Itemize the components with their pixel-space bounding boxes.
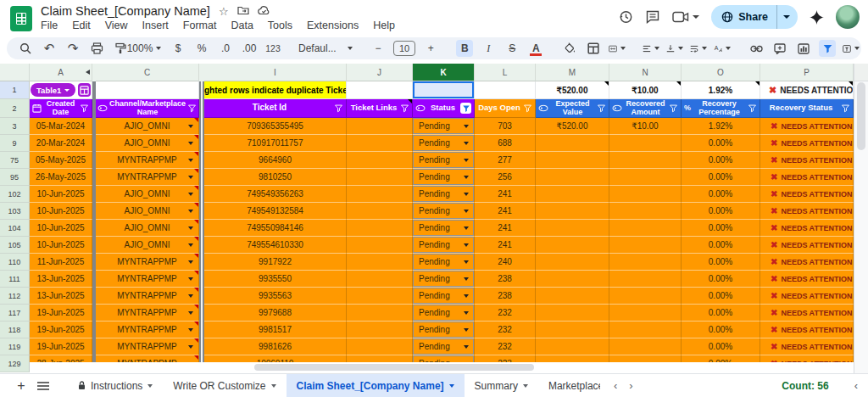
cell-days-open[interactable]: 241 [475,186,536,203]
cell-expected-value[interactable] [536,237,609,254]
camera-dropdown-caret[interactable] [693,15,699,19]
dropdown-caret-icon[interactable] [188,260,193,264]
cell-P1-recovery-status[interactable]: ✖NEEDS ATTENTION [760,81,854,99]
header-created-date[interactable]: Created Date [30,99,92,118]
cell-created-date[interactable]: 10-Jun-2025 [30,203,92,220]
cell-expected-value[interactable] [536,135,609,152]
dropdown-caret-icon[interactable] [188,125,193,128]
cell-expected-value[interactable] [536,254,609,271]
cell-expected-value[interactable] [536,322,609,338]
cell-channel[interactable]: AJIO_OMNI [96,118,199,135]
cell-ticket-id[interactable]: 749550984146 [204,220,347,237]
dropdown-caret-icon[interactable] [464,193,469,196]
cell-recovery-percentage[interactable]: 0.00% [682,254,760,271]
cell-status[interactable]: Pending [413,288,475,305]
cell-channel[interactable]: MYNTRAPPMP [96,322,199,338]
cell-recovery-status[interactable]: ✖NEEDS ATTENTION [760,338,854,355]
tab-summary[interactable]: Summary [465,374,538,397]
cell-days-open[interactable]: 238 [475,288,536,305]
text-wrap-button[interactable] [690,40,707,57]
cell-channel[interactable]: AJIO_OMNI [96,186,199,203]
cell-ticket-links[interactable] [347,220,413,237]
cell-created-date[interactable]: 05-Mar-2024 [30,118,92,135]
cell-ticket-id[interactable]: 9810250 [204,169,347,186]
row-number[interactable]: 9 [0,135,30,152]
row-number[interactable]: 103 [0,203,30,220]
dropdown-caret-icon[interactable] [188,176,193,179]
format-percent-button[interactable]: % [193,40,210,57]
sheets-logo[interactable] [10,6,32,31]
cell-recovery-status[interactable]: ✖NEEDS ATTENTION [760,305,854,322]
cell-status[interactable]: Pending [413,118,475,135]
all-sheets-menu-icon[interactable] [34,377,53,395]
font-size-input[interactable]: 10 [393,41,415,56]
header-recovery-percentage[interactable]: % Recovery Percentage [682,99,760,118]
insert-comment-button[interactable] [771,40,788,57]
column-header-J[interactable]: J [347,64,413,81]
dropdown-caret-icon[interactable] [464,210,469,213]
menu-data[interactable]: Data [231,20,253,31]
dropdown-caret-icon[interactable] [188,311,193,315]
cell-ticket-links[interactable] [347,338,413,355]
dropdown-caret-icon[interactable] [188,210,193,213]
column-header-L[interactable]: L [475,64,536,81]
cell-created-date[interactable]: 13-Jun-2025 [30,271,92,288]
cell-status[interactable]: Pending [413,169,475,186]
cell-recovery-status[interactable]: ✖NEEDS ATTENTION [760,169,854,186]
share-dropdown[interactable] [776,5,798,29]
cell-status[interactable]: Pending [413,220,475,237]
cell-recovered-amount[interactable] [609,220,682,237]
row-number[interactable]: 110 [0,254,30,271]
increase-font-size-button[interactable]: + [422,40,439,57]
menu-tools[interactable]: Tools [268,20,292,31]
document-title[interactable]: Claim Sheet_[Company Name] [41,4,210,18]
cell-recovery-status[interactable]: ✖NEEDS ATTENTION [760,220,854,237]
cell-ticket-id[interactable]: 9935563 [204,288,347,305]
merge-cells-button[interactable] [609,40,626,57]
cell-status[interactable]: Pending [413,322,475,338]
cell-channel[interactable]: AJIO_OMNI [96,203,199,220]
dropdown-caret-icon[interactable] [464,142,469,145]
cell-days-open[interactable]: 240 [475,254,536,271]
cell-recovered-amount[interactable] [609,237,682,254]
table-chip-menu-icon[interactable] [78,83,91,97]
cell-recovery-percentage[interactable]: 0.00% [682,169,760,186]
decrease-font-size-button[interactable]: − [370,40,387,57]
table-chip[interactable]: Table1 [31,83,75,97]
cell-days-open[interactable]: 238 [475,271,536,288]
move-folder-icon[interactable] [237,5,249,17]
cell-recovery-status[interactable]: ✖NEEDS ATTENTION [760,322,854,338]
increase-decimals-button[interactable]: .00 [241,40,258,57]
cell-ticket-id[interactable]: 9981626 [204,338,347,355]
cell-expected-value[interactable] [536,271,609,288]
menu-help[interactable]: Help [373,20,395,31]
cell-A1[interactable]: Table1 [30,81,92,99]
row-number[interactable]: 112 [0,288,30,305]
create-filter-button[interactable] [819,40,836,57]
cell-ticket-links[interactable] [347,305,413,322]
cell-ticket-links[interactable] [347,186,413,203]
cell-created-date[interactable]: 10-Jun-2025 [30,186,92,203]
cell-expected-value[interactable] [536,305,609,322]
dropdown-caret-icon[interactable] [188,328,193,332]
cell-recovered-amount[interactable] [609,203,682,220]
row-number[interactable]: 117 [0,305,30,322]
column-header-K[interactable]: K [413,64,475,81]
count-badge[interactable]: Count: 56 [782,380,828,392]
dropdown-caret-icon[interactable] [188,159,193,162]
cell-created-date[interactable]: 13-Jun-2025 [30,288,92,305]
cell-recovery-percentage[interactable]: 0.00% [682,305,760,322]
column-header-N[interactable]: N [609,64,682,81]
dropdown-caret-icon[interactable] [464,226,469,230]
dropdown-caret-icon[interactable] [464,294,469,298]
font-select[interactable]: Defaul... [298,40,353,57]
cell-channel[interactable]: AJIO_OMNI [96,237,199,254]
vertical-scrollbar[interactable] [854,64,868,373]
cell-expected-value[interactable] [536,288,609,305]
cell-status[interactable]: Pending [413,203,475,220]
collapse-panel-icon[interactable]: ‹ [854,379,858,392]
cell-ticket-links[interactable] [347,169,413,186]
dropdown-caret-icon[interactable] [464,277,469,281]
row-number[interactable]: 105 [0,237,30,254]
dropdown-caret-icon[interactable] [464,125,469,128]
